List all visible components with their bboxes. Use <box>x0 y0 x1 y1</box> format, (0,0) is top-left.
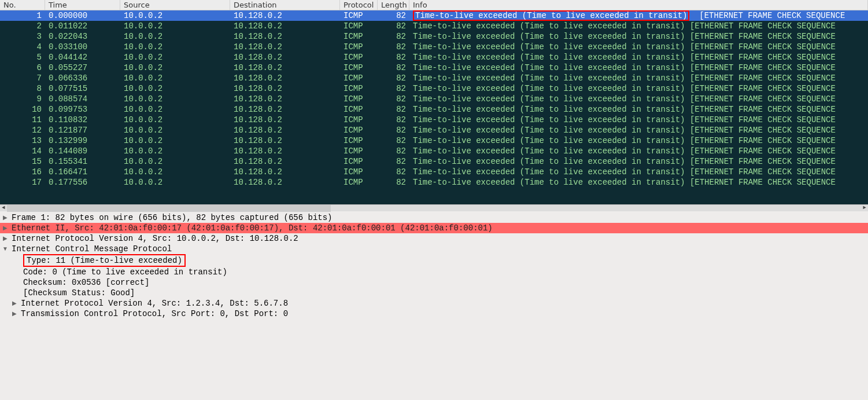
scroll-thumb[interactable] <box>7 205 331 212</box>
tree-item-frame[interactable]: ▶ Frame 1: 82 bytes on wire (656 bits), … <box>0 212 868 223</box>
expand-icon[interactable]: ▶ <box>0 233 10 244</box>
tree-item-icmp-checksum[interactable]: Checksum: 0x0536 [correct] <box>0 277 868 288</box>
cell-protocol: ICMP <box>340 146 378 156</box>
packet-row[interactable]: 130.13299910.0.0.210.128.0.2ICMP82Time-t… <box>0 135 868 146</box>
cell-no: 15 <box>0 156 45 167</box>
cell-source: 10.0.0.2 <box>120 52 230 63</box>
cell-source: 10.0.0.2 <box>120 73 230 83</box>
scroll-left-button[interactable]: ◄ <box>0 205 7 212</box>
cell-no: 14 <box>0 146 45 156</box>
cell-protocol: ICMP <box>340 177 378 188</box>
cell-time: 0.055227 <box>45 63 120 73</box>
cell-length: 82 <box>378 125 409 135</box>
tree-item-inner-tcp[interactable]: ▶ Transmission Control Protocol, Src Por… <box>0 309 868 319</box>
cell-time: 0.132999 <box>45 135 120 146</box>
packet-row[interactable]: 100.09975310.0.0.210.128.0.2ICMP82Time-t… <box>0 104 868 115</box>
col-header-time[interactable]: Time <box>45 0 120 10</box>
cell-no: 13 <box>0 135 45 146</box>
packet-row[interactable]: 90.08857410.0.0.210.128.0.2ICMP82Time-to… <box>0 94 868 104</box>
cell-time: 0.066336 <box>45 73 120 83</box>
packet-row[interactable]: 140.14408910.0.0.210.128.0.2ICMP82Time-t… <box>0 146 868 156</box>
cell-length: 82 <box>378 10 409 21</box>
cell-destination: 10.128.0.2 <box>230 115 340 125</box>
cell-protocol: ICMP <box>340 10 378 21</box>
tree-item-icmp-type[interactable]: Type: 11 (Time-to-live exceeded) <box>0 254 868 267</box>
cell-time: 0.166471 <box>45 167 120 177</box>
cell-destination: 10.128.0.2 <box>230 125 340 135</box>
cell-length: 82 <box>378 167 409 177</box>
packet-row[interactable]: 40.03310010.0.0.210.128.0.2ICMP82Time-to… <box>0 42 868 52</box>
packet-row[interactable]: 150.15534110.0.0.210.128.0.2ICMP82Time-t… <box>0 156 868 167</box>
cell-no: 16 <box>0 167 45 177</box>
col-header-info[interactable]: Info <box>409 0 868 10</box>
cell-info: Time-to-live exceeded (Time to live exce… <box>409 31 868 42</box>
tree-item-ethernet[interactable]: ▶ Ethernet II, Src: 42:01:0a:f0:00:17 (4… <box>0 223 868 233</box>
packet-row[interactable]: 170.17755610.0.0.210.128.0.2ICMP82Time-t… <box>0 177 868 188</box>
cell-no: 1 <box>0 10 45 21</box>
cell-protocol: ICMP <box>340 156 378 167</box>
packet-row[interactable]: 60.05522710.0.0.210.128.0.2ICMP82Time-to… <box>0 63 868 73</box>
cell-info: Time-to-live exceeded (Time to live exce… <box>409 94 868 104</box>
cell-destination: 10.128.0.2 <box>230 135 340 146</box>
cell-no: 4 <box>0 42 45 52</box>
cell-length: 82 <box>378 83 409 94</box>
cell-protocol: ICMP <box>340 94 378 104</box>
packet-list-horizontal-scrollbar[interactable]: ◄ ► <box>0 204 868 211</box>
packet-row[interactable]: 120.12187710.0.0.210.128.0.2ICMP82Time-t… <box>0 125 868 135</box>
cell-no: 5 <box>0 52 45 63</box>
cell-no: 6 <box>0 63 45 73</box>
cell-info: Time-to-live exceeded (Time to live exce… <box>409 177 868 188</box>
cell-source: 10.0.0.2 <box>120 146 230 156</box>
collapse-icon[interactable]: ▼ <box>0 244 10 254</box>
col-header-protocol[interactable]: Protocol <box>340 0 378 10</box>
packet-row[interactable]: 110.11083210.0.0.210.128.0.2ICMP82Time-t… <box>0 115 868 125</box>
packet-row[interactable]: 50.04414210.0.0.210.128.0.2ICMP82Time-to… <box>0 52 868 63</box>
cell-protocol: ICMP <box>340 104 378 115</box>
packet-row[interactable]: 160.16647110.0.0.210.128.0.2ICMP82Time-t… <box>0 167 868 177</box>
cell-length: 82 <box>378 42 409 52</box>
cell-time: 0.177556 <box>45 177 120 188</box>
packet-row[interactable]: 80.07751510.0.0.210.128.0.2ICMP82Time-to… <box>0 83 868 94</box>
cell-info: Time-to-live exceeded (Time to live exce… <box>409 21 868 31</box>
cell-no: 12 <box>0 125 45 135</box>
cell-info: Time-to-live exceeded (Time to live exce… <box>409 146 868 156</box>
cell-destination: 10.128.0.2 <box>230 83 340 94</box>
col-header-source[interactable]: Source <box>120 0 230 10</box>
col-header-no[interactable]: No. <box>0 0 45 10</box>
expand-icon[interactable]: ▶ <box>0 212 10 223</box>
tree-item-icmp-code[interactable]: Code: 0 (Time to live exceeded in transi… <box>0 267 868 277</box>
scroll-track[interactable] <box>7 205 861 212</box>
expand-icon[interactable]: ▶ <box>0 223 10 233</box>
tree-item-icmp-checksum-status[interactable]: [Checksum Status: Good] <box>0 288 868 298</box>
cell-source: 10.0.0.2 <box>120 83 230 94</box>
expand-icon[interactable]: ▶ <box>9 309 20 319</box>
packet-row[interactable]: 70.06633610.0.0.210.128.0.2ICMP82Time-to… <box>0 73 868 83</box>
tree-item-inner-ipv4[interactable]: ▶ Internet Protocol Version 4, Src: 1.2.… <box>0 298 868 309</box>
packet-row[interactable]: 30.02204310.0.0.210.128.0.2ICMP82Time-to… <box>0 31 868 42</box>
cell-protocol: ICMP <box>340 63 378 73</box>
cell-length: 82 <box>378 31 409 42</box>
tree-item-ipv4[interactable]: ▶ Internet Protocol Version 4, Src: 10.0… <box>0 233 868 244</box>
cell-info: Time-to-live exceeded (Time to live exce… <box>409 167 868 177</box>
tree-item-icmp[interactable]: ▼ Internet Control Message Protocol <box>0 244 868 254</box>
packet-row[interactable]: 20.01102210.0.0.210.128.0.2ICMP82Time-to… <box>0 21 868 31</box>
cell-source: 10.0.0.2 <box>120 10 230 21</box>
cell-protocol: ICMP <box>340 125 378 135</box>
expand-icon[interactable]: ▶ <box>9 298 20 309</box>
packet-row[interactable]: 10.00000010.0.0.210.128.0.2ICMP82Time-to… <box>0 10 868 21</box>
cell-time: 0.044142 <box>45 52 120 63</box>
cell-info: Time-to-live exceeded (Time to live exce… <box>409 10 868 21</box>
packet-list[interactable]: 10.00000010.0.0.210.128.0.2ICMP82Time-to… <box>0 10 868 204</box>
cell-destination: 10.128.0.2 <box>230 146 340 156</box>
col-header-length[interactable]: Length <box>378 0 409 10</box>
cell-protocol: ICMP <box>340 21 378 31</box>
cell-length: 82 <box>378 146 409 156</box>
scroll-right-button[interactable]: ► <box>861 205 868 212</box>
col-header-destination[interactable]: Destination <box>230 0 340 10</box>
cell-time: 0.000000 <box>45 10 120 21</box>
packet-details-tree[interactable]: ▶ Frame 1: 82 bytes on wire (656 bits), … <box>0 211 868 400</box>
cell-source: 10.0.0.2 <box>120 42 230 52</box>
packet-list-header[interactable]: No. Time Source Destination Protocol Len… <box>0 0 868 10</box>
cell-source: 10.0.0.2 <box>120 115 230 125</box>
cell-time: 0.033100 <box>45 42 120 52</box>
